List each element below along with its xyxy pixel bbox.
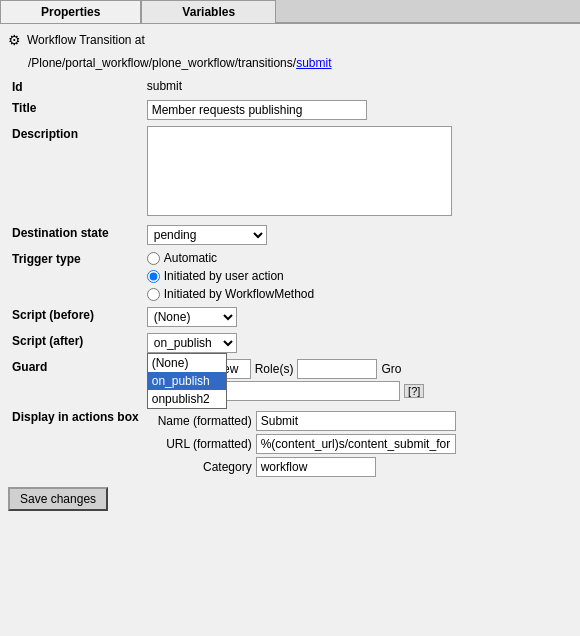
id-label: Id [8, 76, 143, 97]
breadcrumb-full: /Plone/portal_workflow/plone_workflow/tr… [28, 56, 572, 70]
trigger-type-label: Trigger type [8, 248, 143, 304]
dropdown-item-onpublish[interactable]: on_publish [148, 372, 226, 390]
title-value [143, 97, 572, 123]
trigger-type-row: Trigger type Automatic Initiated by user… [8, 248, 572, 304]
script-before-value: (None) [143, 304, 572, 330]
dropdown-item-onpublish2[interactable]: onpublish2 [148, 390, 226, 408]
guard-expression-input[interactable] [210, 381, 400, 401]
display-url-input[interactable] [256, 434, 456, 454]
display-in-actions-row: Display in actions box Name (formatted) … [8, 406, 572, 483]
title-label: Title [8, 97, 143, 123]
trigger-radio-group: Automatic Initiated by user action Initi… [147, 251, 568, 301]
display-category-line: Category [147, 457, 568, 477]
trigger-workflow-method-radio[interactable] [147, 288, 160, 301]
trigger-user-action-label: Initiated by user action [164, 269, 284, 283]
title-row: Title [8, 97, 572, 123]
guard-row: Guard Role(s) Gro Expression [?] [8, 356, 572, 406]
guard-label: Guard [8, 356, 143, 406]
form-table: Id submit Title Description Destination … [8, 76, 572, 483]
trigger-workflow-method-label: Initiated by WorkflowMethod [164, 287, 315, 301]
script-after-label: Script (after) [8, 330, 143, 356]
trigger-type-value: Automatic Initiated by user action Initi… [143, 248, 572, 304]
display-name-line: Name (formatted) [147, 411, 568, 431]
title-input[interactable] [147, 100, 367, 120]
trigger-user-action-radio[interactable] [147, 270, 160, 283]
guard-help-button[interactable]: [?] [404, 384, 424, 398]
id-row: Id submit [8, 76, 572, 97]
script-after-value: (None) on_publish onpublish2 (None) on_p… [143, 330, 572, 356]
script-after-row: Script (after) (None) on_publish onpubli… [8, 330, 572, 356]
id-value: submit [143, 76, 572, 97]
breadcrumb-path [145, 33, 148, 47]
display-url-line: URL (formatted) [147, 434, 568, 454]
tab-bar: Properties Variables [0, 0, 580, 24]
destination-state-select[interactable]: pending published private [147, 225, 267, 245]
dropdown-item-none[interactable]: (None) [148, 354, 226, 372]
breadcrumb-prefix: Workflow Transition at [27, 33, 145, 47]
description-textarea[interactable] [147, 126, 452, 216]
breadcrumb: ⚙ Workflow Transition at [8, 32, 572, 48]
script-before-select[interactable]: (None) [147, 307, 237, 327]
description-label: Description [8, 123, 143, 222]
display-in-actions-label: Display in actions box [8, 406, 143, 483]
main-content: ⚙ Workflow Transition at /Plone/portal_w… [0, 24, 580, 519]
destination-state-value: pending published private [143, 222, 572, 248]
display-section: Name (formatted) URL (formatted) Categor… [147, 411, 568, 477]
script-before-label: Script (before) [8, 304, 143, 330]
description-value [143, 123, 572, 222]
destination-state-row: Destination state pending published priv… [8, 222, 572, 248]
display-category-label: Category [147, 460, 252, 474]
workflow-icon: ⚙ [8, 32, 21, 48]
script-after-dropdown-container: (None) on_publish onpublish2 (None) on_p… [147, 333, 237, 353]
trigger-automatic: Automatic [147, 251, 568, 265]
display-name-input[interactable] [256, 411, 456, 431]
trigger-workflow-method: Initiated by WorkflowMethod [147, 287, 568, 301]
save-button[interactable]: Save changes [8, 487, 108, 511]
script-before-row: Script (before) (None) [8, 304, 572, 330]
script-after-select[interactable]: (None) on_publish onpublish2 [147, 333, 237, 353]
trigger-user-action: Initiated by user action [147, 269, 568, 283]
guard-roles-input[interactable] [297, 359, 377, 379]
display-category-input[interactable] [256, 457, 376, 477]
guard-roles-label: Role(s) [255, 362, 294, 376]
description-row: Description [8, 123, 572, 222]
trigger-automatic-label: Automatic [164, 251, 217, 265]
trigger-automatic-radio[interactable] [147, 252, 160, 265]
display-in-actions-value: Name (formatted) URL (formatted) Categor… [143, 406, 572, 483]
script-after-dropdown-list: (None) on_publish onpublish2 [147, 353, 227, 409]
breadcrumb-link[interactable]: submit [296, 56, 331, 70]
display-url-label: URL (formatted) [147, 437, 252, 451]
destination-state-label: Destination state [8, 222, 143, 248]
breadcrumb-path-text: /Plone/portal_workflow/plone_workflow/tr… [28, 56, 296, 70]
tab-properties[interactable]: Properties [0, 0, 141, 23]
tab-variables[interactable]: Variables [141, 0, 276, 23]
guard-groups-label: Gro [381, 362, 401, 376]
display-name-label: Name (formatted) [147, 414, 252, 428]
